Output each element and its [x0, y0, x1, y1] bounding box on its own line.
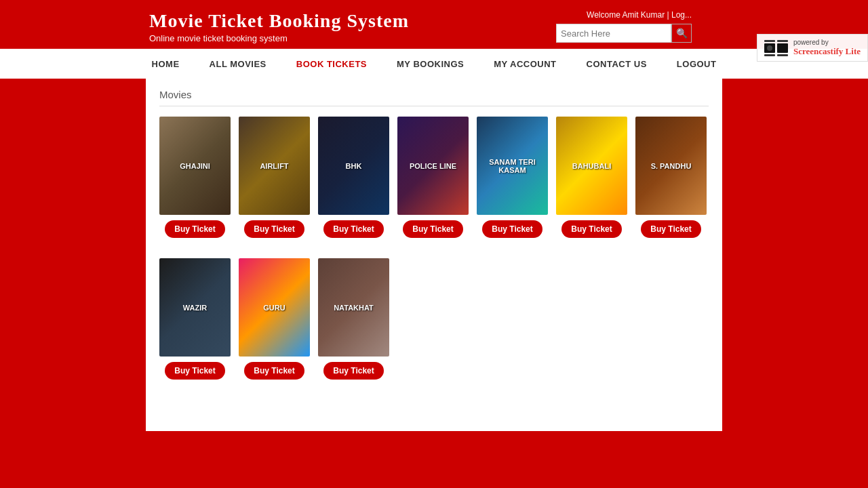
movie-card-spandu: S. PANDHUBuy Ticket	[635, 117, 707, 238]
movies-row-2: WAZIRBuy TicketGURUBuy TicketNATAKHATBuy…	[159, 258, 709, 380]
nav-my-bookings[interactable]: MY BOOKINGS	[382, 49, 479, 79]
buy-ticket-btn-guru[interactable]: Buy Ticket	[244, 362, 304, 380]
movie-card-bhk: BHKBuy Ticket	[318, 117, 389, 238]
nav-contact-us[interactable]: CONTACT US	[572, 49, 662, 79]
movie-card-natakhat: NATAKHATBuy Ticket	[318, 258, 389, 380]
movie-card-airlift: AIRLIFTBuy Ticket	[239, 117, 310, 238]
nav-home[interactable]: HOME	[137, 49, 195, 79]
search-bar: 🔍	[556, 24, 692, 43]
poster-label-ghajini: GHAJINI	[176, 159, 214, 174]
branding: Movie Ticket Booking System Online movie…	[0, 7, 409, 43]
badge-product: Screencastify Lite	[793, 46, 861, 57]
movie-poster-bhk: BHK	[318, 117, 389, 215]
buy-ticket-btn-sanam[interactable]: Buy Ticket	[482, 220, 542, 238]
search-icon: 🔍	[676, 28, 688, 39]
screencastify-badge: powered by Screencastify Lite	[757, 34, 868, 62]
buy-ticket-btn-bhk[interactable]: Buy Ticket	[323, 220, 383, 238]
film-icon	[764, 40, 788, 56]
nav-book-tickets[interactable]: BOOK TICKETS	[281, 49, 382, 79]
section-title: Movies	[159, 89, 709, 106]
buy-ticket-btn-natakhat[interactable]: Buy Ticket	[323, 362, 383, 380]
movie-card-bahubali: BAHUBALIBuy Ticket	[556, 117, 627, 238]
buy-ticket-btn-wazir[interactable]: Buy Ticket	[165, 362, 224, 380]
poster-label-airlift: AIRLIFT	[256, 159, 292, 174]
nav-bar: HOMEALL MOVIESBOOK TICKETSMY BOOKINGSMY …	[0, 49, 868, 79]
buy-ticket-btn-bahubali[interactable]: Buy Ticket	[561, 220, 621, 238]
movie-card-guru: GURUBuy Ticket	[239, 258, 310, 380]
nav-all-movies[interactable]: ALL MOVIES	[195, 49, 281, 79]
top-bar: Movie Ticket Booking System Online movie…	[0, 0, 868, 49]
movie-card-ghajini: GHAJINIBuy Ticket	[159, 117, 231, 238]
movies-row-1: GHAJINIBuy TicketAIRLIFTBuy TicketBHKBuy…	[159, 117, 709, 238]
poster-label-bahubali: BAHUBALI	[569, 159, 614, 174]
movie-poster-police: POLICE LINE	[397, 117, 469, 215]
search-input[interactable]	[556, 24, 671, 43]
poster-label-natakhat: NATAKHAT	[330, 300, 377, 315]
movie-poster-bahubali: BAHUBALI	[556, 117, 627, 215]
movie-poster-natakhat: NATAKHAT	[318, 258, 389, 357]
site-title: Movie Ticket Booking System	[149, 10, 409, 32]
buy-ticket-btn-spandu[interactable]: Buy Ticket	[641, 220, 701, 238]
movie-poster-ghajini: GHAJINI	[159, 117, 231, 215]
content-area: Movies GHAJINIBuy TicketAIRLIFTBuy Ticke…	[146, 79, 722, 431]
poster-label-guru: GURU	[260, 300, 288, 315]
poster-label-bhk: BHK	[342, 159, 366, 174]
poster-label-sanam: SANAM TERI KASAM	[477, 155, 548, 178]
welcome-text: Welcome Amit Kumar | Log...	[587, 10, 692, 20]
movie-poster-wazir: WAZIR	[159, 258, 231, 357]
movie-poster-airlift: AIRLIFT	[239, 117, 310, 215]
movie-poster-sanam: SANAM TERI KASAM	[477, 117, 548, 215]
search-button[interactable]: 🔍	[671, 24, 692, 43]
movie-card-police: POLICE LINEBuy Ticket	[397, 117, 469, 238]
movie-card-sanam: SANAM TERI KASAMBuy Ticket	[477, 117, 548, 238]
nav-logout[interactable]: LOGOUT	[662, 49, 732, 79]
poster-label-wazir: WAZIR	[180, 300, 210, 315]
movie-poster-spandu: S. PANDHU	[635, 117, 707, 215]
badge-powered-by: powered by	[793, 39, 861, 46]
nav-my-account[interactable]: MY ACCOUNT	[479, 49, 571, 79]
movie-card-wazir: WAZIRBuy Ticket	[159, 258, 231, 380]
buy-ticket-btn-airlift[interactable]: Buy Ticket	[244, 220, 304, 238]
site-subtitle: Online movie ticket booking system	[149, 33, 409, 43]
buy-ticket-btn-ghajini[interactable]: Buy Ticket	[165, 220, 224, 238]
poster-label-spandu: S. PANDHU	[648, 159, 695, 174]
movie-poster-guru: GURU	[239, 258, 310, 357]
buy-ticket-btn-police[interactable]: Buy Ticket	[403, 220, 462, 238]
poster-label-police: POLICE LINE	[406, 159, 460, 174]
